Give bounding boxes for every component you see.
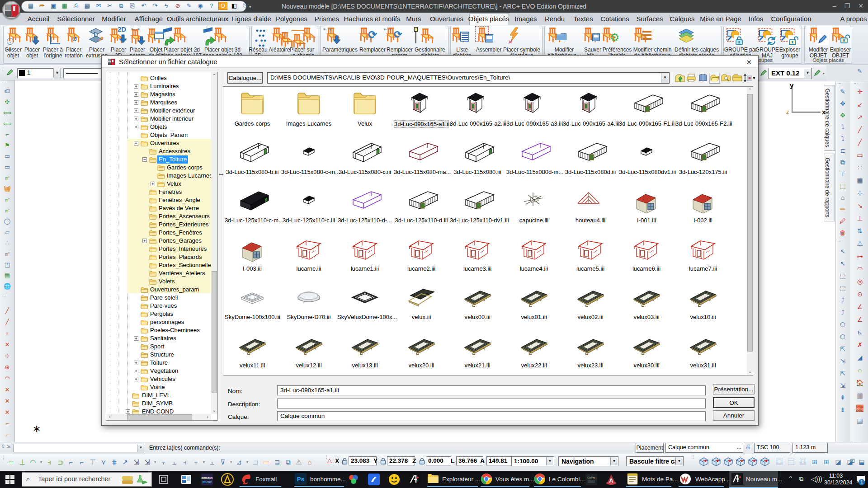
svg-text:x: x	[822, 108, 826, 116]
svg-text:z: z	[786, 108, 789, 115]
svg-text:GoPro: GoPro	[587, 476, 595, 479]
svg-text:music: music	[203, 480, 212, 484]
svg-text:y: y	[790, 81, 794, 89]
svg-text:amazon: amazon	[202, 476, 213, 479]
svg-text:Ps: Ps	[297, 476, 304, 483]
svg-text:A: A	[609, 477, 613, 484]
